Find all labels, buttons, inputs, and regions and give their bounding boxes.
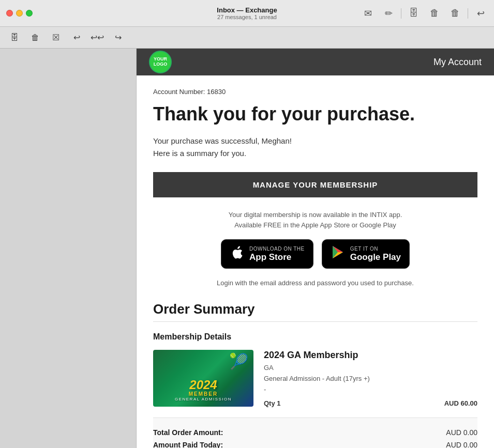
archive-tool-button[interactable]: 🗄	[6, 29, 23, 46]
window-title: Inbox — Exchange	[217, 6, 277, 14]
forward-tool-button[interactable]: ↪	[110, 29, 126, 46]
app-text: Your digital membership is now available…	[153, 210, 477, 231]
app-text-line1: Your digital membership is now available…	[153, 210, 477, 221]
window-subtitle: 27 messages, 1 unread	[217, 14, 277, 20]
apple-icon	[230, 245, 244, 262]
membership-image: 🎾 2024 MEMBER GENERAL ADMISSION	[153, 350, 253, 407]
price-label: AUD 60.00	[444, 399, 477, 407]
membership-info: 2024 GA Membership GA General Admission …	[264, 350, 477, 407]
membership-line2: General Admission - Adult (17yrs +)	[264, 374, 477, 384]
amount-paid-row: Amount Paid Today: AUD 0.00	[153, 439, 477, 448]
app-store-badge[interactable]: Download on the App Store	[221, 239, 313, 269]
membership-line3: -	[264, 384, 477, 395]
membership-name: 2024 GA Membership	[264, 350, 477, 361]
purchase-message-line2: Here is a summary for you.	[153, 149, 246, 158]
maximize-button[interactable]	[26, 10, 33, 17]
app-store-small-text: Download on the	[249, 245, 305, 252]
amount-paid-label: Amount Paid Today:	[153, 441, 223, 448]
membership-details-heading: Membership Details	[153, 332, 477, 342]
app-badges: Download on the App Store	[153, 239, 477, 269]
google-play-small-text: GET IT ON	[350, 245, 401, 252]
thank-you-heading: Thank you for your purchase.	[153, 104, 477, 125]
brand-logo: YOUR LOGO	[149, 51, 172, 73]
account-number: Account Number: 16830	[153, 88, 477, 96]
qty-label: Qty 1	[264, 399, 281, 407]
purchase-message-line1: Your purchase was successful, Meghan!	[153, 136, 292, 145]
total-order-label: Total Order Amount:	[153, 428, 223, 437]
totals-section: Total Order Amount: AUD 0.00 Amount Paid…	[153, 418, 477, 448]
title-bar: Inbox — Exchange 27 messages, 1 unread ✉…	[0, 0, 494, 27]
compose-icon[interactable]: ✉	[358, 4, 377, 23]
second-toolbar: 🗄 🗑 ☒ ↩ ↩↩ ↪	[0, 27, 494, 49]
minimize-button[interactable]	[16, 10, 23, 17]
membership-line1: GA	[264, 363, 477, 374]
total-order-value: AUD 0.00	[446, 428, 477, 437]
junk-tool-button[interactable]: ☒	[48, 29, 64, 46]
sport-figure-icon: 🎾	[229, 352, 248, 370]
member-text: MEMBER	[153, 391, 253, 397]
toolbar-separator-2	[468, 8, 468, 19]
amount-paid-value: AUD 0.00	[446, 441, 477, 448]
trash-icon[interactable]: 🗑	[425, 4, 444, 23]
app-store-badge-text: Download on the App Store	[249, 245, 305, 262]
email-header-bar: YOUR LOGO My Account	[137, 49, 494, 75]
delete-tool-button[interactable]: 🗑	[27, 29, 43, 46]
manage-membership-button[interactable]: MANAGE YOUR MEMBERSHIP	[153, 172, 477, 197]
app-store-large-text: App Store	[249, 252, 305, 262]
membership-image-text: 2024 MEMBER GENERAL ADMISSION	[153, 379, 253, 401]
google-play-badge[interactable]: GET IT ON Google Play	[322, 239, 410, 269]
google-play-icon	[331, 245, 345, 263]
junk-icon[interactable]: 🗑	[446, 4, 465, 23]
reply-tool-button[interactable]: ↩	[68, 29, 85, 46]
app-text-line2: Available FREE in the Apple App Store or…	[153, 220, 477, 231]
close-button[interactable]	[6, 10, 13, 17]
reply-all-tool-button[interactable]: ↩↩	[89, 29, 106, 46]
member-sub-text: GENERAL ADMISSION	[153, 397, 253, 401]
window-controls	[0, 10, 33, 17]
window-title-area: Inbox — Exchange 27 messages, 1 unread	[217, 6, 277, 20]
archive-icon[interactable]: 🗄	[405, 4, 423, 23]
logo-line2: LOGO	[154, 62, 168, 67]
title-toolbar-icons: ✉ ✏ 🗄 🗑 🗑 ↩	[358, 0, 494, 26]
qty-price-row: Qty 1 AUD 60.00	[264, 399, 477, 407]
email-content-area: YOUR LOGO My Account Account Number: 168…	[137, 49, 494, 448]
google-play-badge-text: GET IT ON Google Play	[350, 245, 401, 262]
my-account-link[interactable]: My Account	[433, 57, 482, 68]
order-divider	[153, 321, 477, 322]
email-body: Account Number: 16830 Thank you for your…	[137, 75, 494, 448]
reply-icon[interactable]: ↩	[471, 4, 490, 23]
toolbar-separator	[401, 8, 401, 19]
edit-icon[interactable]: ✏	[379, 4, 398, 23]
total-order-row: Total Order Amount: AUD 0.00	[153, 426, 477, 439]
google-play-large-text: Google Play	[350, 252, 401, 262]
membership-item: 🎾 2024 MEMBER GENERAL ADMISSION 2024 GA …	[153, 350, 477, 407]
member-year: 2024	[153, 379, 253, 391]
login-note: Login with the email address and passwor…	[153, 279, 477, 287]
email-wrapper: YOUR LOGO My Account Account Number: 168…	[0, 49, 494, 448]
sidebar	[0, 49, 137, 448]
purchase-message: Your purchase was successful, Meghan! He…	[153, 135, 477, 160]
order-summary-heading: Order Summary	[153, 301, 477, 317]
